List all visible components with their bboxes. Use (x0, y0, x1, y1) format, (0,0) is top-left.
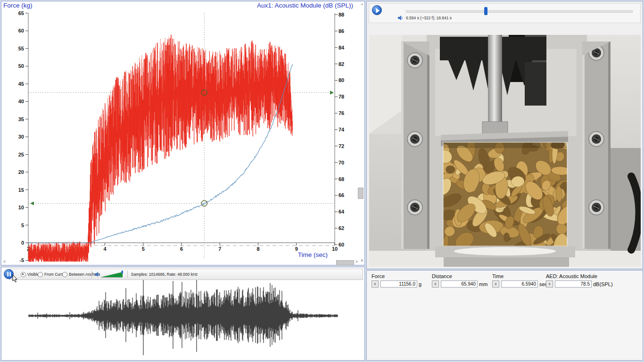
left-axis-title: Force (kg) (3, 2, 33, 9)
svg-text:55: 55 (18, 46, 24, 51)
chart-scroll-left-icon[interactable]: < (3, 260, 6, 264)
readout-force-label: Force (372, 273, 421, 279)
readout-time-value[interactable]: 6.5940 (501, 280, 538, 288)
video-seek-thumb[interactable] (484, 7, 487, 15)
chart-scroll-down-icon[interactable]: v (361, 258, 363, 263)
readout-aed-label: AED: Acoustic Module (546, 273, 613, 279)
svg-text:84: 84 (339, 45, 345, 50)
readout-distance-label: Distance (432, 273, 487, 279)
chart-panel: 65605550454035302520151050-5888684828078… (1, 1, 365, 265)
toolbar-separator (91, 271, 92, 278)
video-panel: 6.594 s (~322 f); 18.841 s (366, 1, 643, 269)
svg-text:66: 66 (339, 192, 344, 198)
readout-time: Time # 6.5940 sec (492, 273, 547, 288)
svg-text:72: 72 (339, 143, 344, 149)
svg-text:6: 6 (180, 246, 183, 252)
right-axis-title: Aux1: Acoustic Module (dB (SPL)) (257, 2, 353, 9)
svg-text:-5: -5 (19, 257, 24, 263)
readout-aed-value[interactable]: 78.5 (555, 280, 592, 288)
video-frame-cornflakes-press (369, 35, 641, 267)
chart-scroll-up-icon[interactable]: ^ (361, 3, 363, 8)
readout-force-options-button[interactable]: # (372, 280, 379, 288)
video-controls: 6.594 s (~322 f); 18.841 s (369, 3, 641, 23)
readout-distance-unit: mm (479, 281, 487, 287)
svg-text:8: 8 (256, 246, 259, 252)
radio-visible-circle[interactable] (21, 272, 26, 277)
svg-text:25: 25 (18, 152, 24, 157)
svg-text:30: 30 (18, 134, 24, 140)
volume-slider[interactable] (101, 271, 125, 279)
radio-from-cursor-circle[interactable] (38, 272, 43, 277)
svg-text:62: 62 (339, 225, 344, 231)
svg-text:50: 50 (18, 63, 24, 69)
video-time-text: 6.594 s (~322 f); 18.841 s (406, 16, 452, 20)
svg-text:86: 86 (339, 28, 344, 34)
svg-text:7: 7 (218, 246, 221, 252)
speaker-icon (94, 272, 100, 277)
readout-distance: Distance # 65.940 mm (432, 273, 487, 288)
svg-text:10: 10 (18, 205, 24, 210)
video-seek-slider[interactable] (406, 10, 633, 13)
svg-text:20: 20 (18, 169, 24, 175)
readout-panel: Force # 11156.0 g Distance # 65.940 mm T… (366, 270, 643, 361)
svg-text:78: 78 (339, 94, 344, 99)
audio-waveform (2, 280, 364, 360)
play-icon (372, 6, 382, 16)
readout-aed-options-button[interactable]: # (546, 280, 553, 288)
readout-time-label: Time (492, 273, 547, 279)
readout-aed-unit: dB(SPL) (593, 281, 613, 287)
svg-text:10: 10 (332, 246, 338, 252)
readout-distance-value[interactable]: 65.940 (441, 280, 478, 288)
svg-text:40: 40 (18, 99, 24, 104)
svg-text:64: 64 (339, 209, 345, 214)
svg-text:5: 5 (142, 246, 145, 252)
play-button[interactable] (372, 5, 382, 15)
readout-distance-options-button[interactable]: # (432, 280, 439, 288)
chart-vscroll-thumb[interactable] (358, 188, 363, 199)
readout-force-value[interactable]: 11156.0 (380, 280, 417, 288)
svg-text:0: 0 (21, 240, 24, 246)
radio-visible[interactable]: Visible (21, 269, 39, 280)
volume-slider-thumb (122, 271, 124, 273)
app-window: 65605550454035302520151050-5888684828078… (0, 0, 644, 362)
chart-hscroll-thumb[interactable] (336, 260, 354, 265)
svg-text:4: 4 (103, 246, 107, 252)
svg-text:60: 60 (339, 242, 344, 247)
x-axis-title: Time (sec) (298, 251, 328, 258)
svg-text:74: 74 (339, 127, 345, 132)
readout-force: Force # 11156.0 g (372, 273, 421, 288)
svg-text:80: 80 (339, 77, 344, 83)
readout-aed: AED: Acoustic Module # 78.5 dB(SPL) (546, 273, 613, 288)
samples-rate-text: Samples: 1014686, Rate: 48.000 kHz (131, 269, 198, 280)
svg-text:15: 15 (18, 187, 24, 193)
svg-text:68: 68 (339, 176, 344, 182)
svg-text:82: 82 (339, 61, 344, 67)
svg-text:45: 45 (18, 81, 24, 87)
chart-scroll-right-icon[interactable]: > (355, 260, 358, 264)
svg-text:76: 76 (339, 110, 344, 116)
radio-between-anchors-circle[interactable] (62, 272, 67, 277)
svg-text:60: 60 (18, 28, 24, 33)
force-acoustic-chart: 65605550454035302520151050-5888684828078… (1, 1, 364, 265)
readout-time-options-button[interactable]: # (492, 280, 499, 288)
toolbar-separator (127, 271, 128, 278)
speaker-icon[interactable] (397, 15, 403, 21)
svg-text:65: 65 (18, 10, 24, 16)
svg-text:70: 70 (339, 160, 344, 165)
audio-waveform-panel: Visible From Cursor Between Anchors Samp… (1, 267, 365, 361)
svg-text:35: 35 (18, 116, 24, 122)
readout-force-unit: g (419, 281, 421, 287)
svg-text:88: 88 (339, 12, 344, 17)
svg-text:5: 5 (21, 222, 24, 228)
waveform-toolbar: Visible From Cursor Between Anchors Samp… (9, 269, 363, 280)
